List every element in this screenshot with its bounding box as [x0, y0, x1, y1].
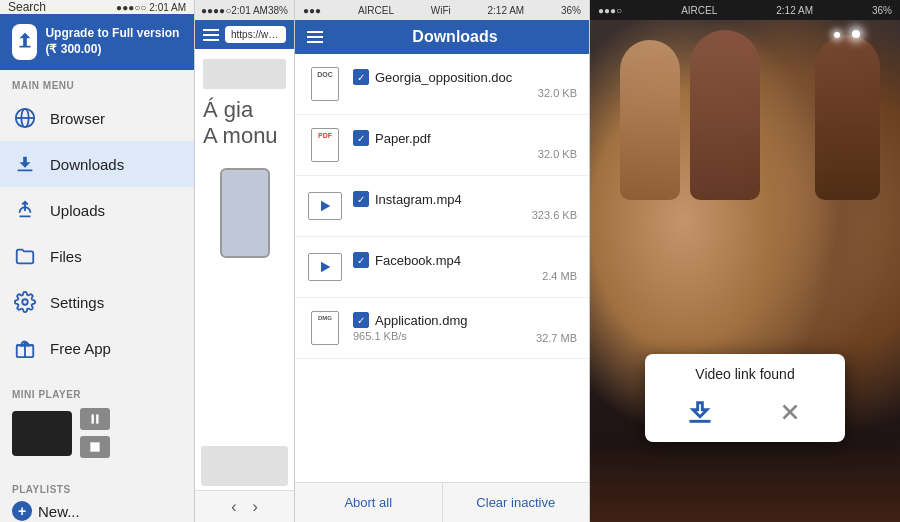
browser-text-line2: A monu: [203, 123, 286, 149]
downloads-label: Downloads: [50, 156, 124, 173]
browser-phone-image: [203, 160, 286, 258]
add-icon: +: [12, 501, 32, 521]
download-video-button[interactable]: [682, 394, 718, 430]
panel-downloads: ●●● AIRCEL WiFi 2:12 AM 36% Downloads DO…: [295, 0, 590, 522]
file-checkbox-3[interactable]: [353, 191, 369, 207]
file-checkbox-4[interactable]: [353, 252, 369, 268]
download-icon: [12, 151, 38, 177]
list-item: Facebook.mp4 2.4 MB: [295, 237, 589, 298]
browser-text-line1: Á gia: [203, 97, 286, 123]
status-time-3: 2:12 AM: [488, 5, 525, 16]
file-checkbox-5[interactable]: [353, 312, 369, 328]
file-info-4: Facebook.mp4 2.4 MB: [353, 252, 577, 282]
sidebar-item-settings[interactable]: Settings: [0, 279, 194, 325]
file-size-2: 32.0 KB: [353, 148, 577, 160]
main-menu-label: MAIN MENU: [0, 70, 194, 95]
dmg-file-icon: DMG: [307, 308, 343, 348]
panel-menu: Search ●●●○○ 2:01 AM Upgrade to Full ver…: [0, 0, 195, 522]
sidebar-item-free-app[interactable]: Free App: [0, 325, 194, 371]
video-file-icon-1: [307, 186, 343, 226]
list-item: PDF Paper.pdf 32.0 KB: [295, 115, 589, 176]
status-bar-1: Search ●●●○○ 2:01 AM: [0, 0, 194, 14]
panel-browser: ●●●●○ 2:01 AM 38% https://www Á gia A mo…: [195, 0, 295, 522]
file-name-5: Application.dmg: [375, 313, 468, 328]
video-link-text: Video link found: [665, 366, 825, 382]
list-item: Instagram.mp4 323.6 KB: [295, 176, 589, 237]
back-button[interactable]: ‹: [231, 498, 236, 516]
sidebar-item-downloads[interactable]: Downloads: [0, 141, 194, 187]
status-search: Search: [8, 0, 46, 14]
forward-button[interactable]: ›: [253, 498, 258, 516]
status-time-2: 2:01 AM: [231, 5, 268, 16]
scene-light: [852, 30, 860, 38]
uploads-label: Uploads: [50, 202, 105, 219]
downloads-title: Downloads: [333, 28, 577, 46]
list-item: DMG Application.dmg 965.1 KB/s 32.7 MB: [295, 298, 589, 359]
downloads-footer: Abort all Clear inactive: [295, 482, 589, 522]
folder-icon: [12, 243, 38, 269]
person-3: [815, 35, 880, 200]
file-size-4: 2.4 MB: [353, 270, 577, 282]
browser-label: Browser: [50, 110, 105, 127]
downloads-hamburger[interactable]: [307, 31, 323, 43]
file-size-1: 32.0 KB: [353, 87, 577, 99]
mini-player-controls: [80, 408, 110, 458]
file-checkbox-2[interactable]: [353, 130, 369, 146]
stop-button[interactable]: [80, 436, 110, 458]
playlists-section: PLAYLISTS + New...: [0, 476, 194, 522]
pdf-file-icon: PDF: [307, 125, 343, 165]
svg-marker-9: [321, 262, 330, 273]
playlists-label: PLAYLISTS: [12, 484, 182, 495]
status-carrier-3: AIRCEL: [358, 5, 394, 16]
gear-icon: [12, 289, 38, 315]
add-playlist-button[interactable]: + New...: [12, 501, 182, 521]
video-scene: Video link found: [590, 20, 900, 522]
browser-nav-bar: ‹ ›: [195, 490, 294, 522]
mini-player-label: MINI PLAYER: [12, 389, 182, 400]
status-signal-2: ●●●●○: [201, 5, 231, 16]
settings-label: Settings: [50, 294, 104, 311]
file-name-2: Paper.pdf: [375, 131, 431, 146]
new-playlist-label: New...: [38, 503, 80, 520]
status-time-1: 2:01 AM: [149, 2, 186, 13]
status-right-1: ●●●○○ 2:01 AM: [116, 2, 186, 13]
mini-player-section: MINI PLAYER: [0, 379, 194, 468]
pause-button[interactable]: [80, 408, 110, 430]
scene-light-2: [834, 32, 840, 38]
status-wifi-3: WiFi: [431, 5, 451, 16]
status-signal: ●●●○○: [116, 2, 146, 13]
hamburger-menu[interactable]: [203, 29, 219, 41]
clear-inactive-button[interactable]: Clear inactive: [443, 483, 590, 522]
upgrade-text: Upgrade to Full version (₹ 300.00): [45, 26, 182, 57]
file-checkbox-1[interactable]: [353, 69, 369, 85]
close-overlay-button[interactable]: [772, 394, 808, 430]
status-signal-4: ●●●○: [598, 5, 622, 16]
svg-rect-5: [92, 414, 94, 423]
browser-banner: [201, 446, 288, 486]
url-bar[interactable]: https://www: [225, 26, 286, 43]
file-name-1: Georgia_opposition.doc: [375, 70, 512, 85]
files-label: Files: [50, 248, 82, 265]
person-1: [620, 40, 680, 200]
upgrade-icon: [12, 24, 37, 60]
svg-point-3: [22, 299, 28, 305]
mini-player-thumbnail: [12, 411, 72, 456]
svg-marker-8: [321, 201, 330, 212]
gift-icon: [12, 335, 38, 361]
file-info-2: Paper.pdf 32.0 KB: [353, 130, 577, 160]
upgrade-banner[interactable]: Upgrade to Full version (₹ 300.00): [0, 14, 194, 70]
file-name-4: Facebook.mp4: [375, 253, 461, 268]
sidebar-item-browser[interactable]: Browser: [0, 95, 194, 141]
sidebar-item-files[interactable]: Files: [0, 233, 194, 279]
abort-all-button[interactable]: Abort all: [295, 483, 442, 522]
svg-rect-6: [96, 414, 98, 423]
video-actions: [665, 394, 825, 430]
file-size-5: 32.7 MB: [536, 332, 577, 344]
download-list: DOC Georgia_opposition.doc 32.0 KB PDF: [295, 54, 589, 482]
bottom-scene: [590, 442, 900, 522]
mini-player-content: [12, 408, 182, 458]
status-time-4: 2:12 AM: [776, 5, 813, 16]
sidebar-item-uploads[interactable]: Uploads: [0, 187, 194, 233]
status-bar-4: ●●●○ AIRCEL 2:12 AM 36%: [590, 0, 900, 20]
file-info-3: Instagram.mp4 323.6 KB: [353, 191, 577, 221]
